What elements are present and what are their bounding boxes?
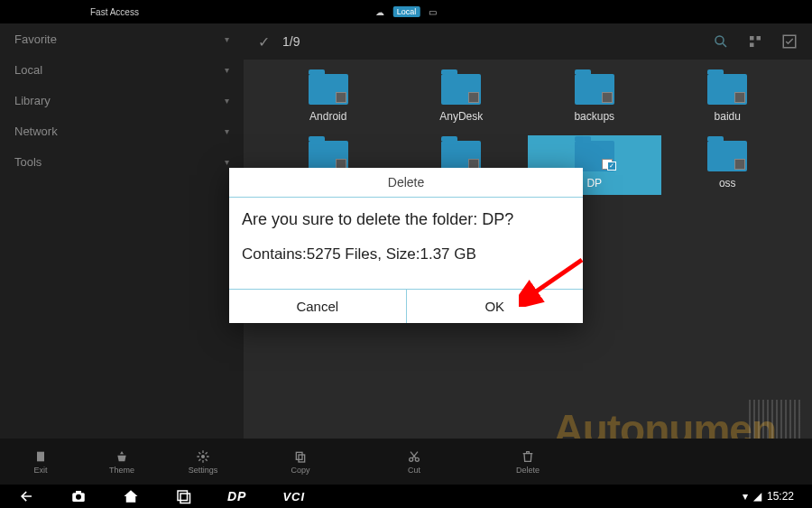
- toolbar-label: Delete: [516, 466, 540, 475]
- nav-dp-label[interactable]: DP: [227, 489, 246, 503]
- sidebar-item-label: Library: [14, 94, 51, 107]
- cloud-icon: ☁: [375, 7, 384, 17]
- theme-button[interactable]: Theme: [81, 439, 162, 485]
- status-title: Fast Access: [90, 7, 139, 17]
- delete-confirm-dialog: Delete Are you sure to delete the folder…: [229, 168, 583, 323]
- device-icon: ▭: [429, 7, 437, 17]
- folder-item[interactable]: oss: [661, 135, 795, 195]
- cut-button[interactable]: Cut: [357, 439, 471, 485]
- folder-item[interactable]: Android: [262, 69, 395, 128]
- location-badge[interactable]: Local: [393, 6, 420, 17]
- svg-point-7: [201, 455, 205, 458]
- select-all-icon[interactable]: [781, 33, 798, 50]
- gear-icon: [196, 449, 210, 464]
- chevron-down-icon: ▾: [225, 96, 229, 106]
- ok-button[interactable]: OK: [407, 290, 584, 323]
- folder-icon: [575, 74, 614, 105]
- folder-icon: [707, 141, 747, 171]
- dialog-info: Contains:5275 Files, Size:1.37 GB: [242, 245, 570, 263]
- svg-rect-6: [37, 451, 44, 461]
- signal-icon: ◢: [753, 490, 761, 503]
- delete-button[interactable]: Delete: [471, 439, 585, 485]
- accept-selection-icon[interactable]: ✓: [258, 33, 270, 51]
- dialog-button-row: Cancel OK: [229, 289, 583, 323]
- folder-label: DP: [586, 177, 602, 189]
- theme-icon: [115, 449, 129, 464]
- folder-icon: [441, 141, 481, 171]
- folder-icon: [441, 74, 481, 105]
- folder-label: baidu: [715, 110, 741, 123]
- selection-toolbar: ✓ 1/9: [244, 23, 812, 60]
- toolbar-label: Cut: [408, 466, 420, 475]
- folder-item[interactable]: baidu: [661, 69, 795, 128]
- chevron-down-icon: ▾: [225, 34, 229, 44]
- svg-rect-9: [299, 455, 305, 462]
- svg-rect-2: [750, 36, 754, 41]
- dialog-question: Are you sure to delete the folder: DP?: [242, 210, 570, 229]
- wifi-icon: ▾: [743, 490, 748, 503]
- bottom-toolbar: Exit Theme Settings Copy Cut Delete: [0, 439, 812, 485]
- sidebar: Favorite▾ Local▾ Library▾ Network▾ Tools…: [0, 23, 244, 462]
- cut-icon: [407, 449, 421, 464]
- nav-vci-label[interactable]: VCI: [282, 490, 305, 503]
- folder-item[interactable]: AnyDesk: [395, 69, 529, 128]
- toolbar-label: Theme: [109, 466, 134, 475]
- sidebar-item-tools[interactable]: Tools▾: [0, 146, 244, 177]
- svg-rect-4: [750, 43, 754, 48]
- svg-rect-8: [296, 452, 302, 459]
- svg-rect-15: [178, 491, 188, 501]
- camera-icon[interactable]: [70, 488, 87, 504]
- sidebar-item-library[interactable]: Library▾: [0, 85, 244, 115]
- exit-button[interactable]: Exit: [0, 439, 81, 485]
- exit-icon: [33, 449, 48, 464]
- clock: ▾◢15:22: [743, 490, 794, 503]
- toolbar-label: Copy: [291, 466, 309, 475]
- dialog-body: Are you sure to delete the folder: DP? C…: [229, 198, 583, 276]
- toolbar-label: Settings: [189, 466, 218, 475]
- android-nav-bar: DP VCI ▾◢15:22: [0, 485, 812, 508]
- time-text: 15:22: [767, 490, 794, 503]
- android-status-bar: Fast Access ☁ Local ▭: [0, 0, 812, 23]
- sidebar-item-label: Network: [14, 125, 58, 138]
- svg-point-13: [76, 494, 81, 500]
- folder-icon: [707, 74, 747, 105]
- chevron-down-icon: ▾: [225, 65, 229, 75]
- sidebar-item-label: Tools: [14, 155, 42, 169]
- recent-apps-icon[interactable]: [175, 488, 191, 504]
- status-location-group: ☁ Local ▭: [375, 6, 438, 17]
- sidebar-item-label: Favorite: [14, 32, 57, 46]
- trash-icon: [521, 449, 535, 464]
- svg-point-0: [715, 36, 724, 44]
- sidebar-item-network[interactable]: Network▾: [0, 115, 244, 146]
- copy-icon: [293, 449, 308, 464]
- sidebar-item-favorite[interactable]: Favorite▾: [0, 23, 244, 54]
- folder-label: oss: [719, 177, 736, 189]
- svg-rect-16: [180, 494, 190, 503]
- search-icon[interactable]: [713, 33, 729, 50]
- folder-icon: [309, 141, 348, 171]
- cancel-button[interactable]: Cancel: [229, 290, 407, 323]
- folder-item[interactable]: backups: [528, 69, 661, 128]
- home-icon[interactable]: [123, 488, 139, 504]
- checkbox-checked-icon: ✓: [607, 162, 616, 171]
- copy-button[interactable]: Copy: [244, 439, 357, 485]
- toolbar-label: Exit: [33, 466, 47, 475]
- svg-rect-14: [76, 491, 81, 494]
- chevron-down-icon: ▾: [225, 126, 229, 136]
- folder-label: backups: [574, 110, 614, 123]
- folder-label: Android: [309, 110, 346, 123]
- back-icon[interactable]: [18, 488, 34, 504]
- chevron-down-icon: ▾: [225, 157, 229, 167]
- selection-counter: 1/9: [282, 34, 300, 49]
- sidebar-item-label: Local: [14, 63, 42, 77]
- svg-rect-3: [757, 36, 761, 41]
- sort-icon[interactable]: [747, 33, 763, 50]
- settings-button[interactable]: Settings: [162, 439, 244, 485]
- sidebar-item-local[interactable]: Local▾: [0, 54, 244, 85]
- dialog-title: Delete: [229, 168, 583, 198]
- folder-icon: [309, 74, 348, 105]
- folder-label: AnyDesk: [439, 110, 483, 123]
- svg-line-1: [723, 43, 726, 47]
